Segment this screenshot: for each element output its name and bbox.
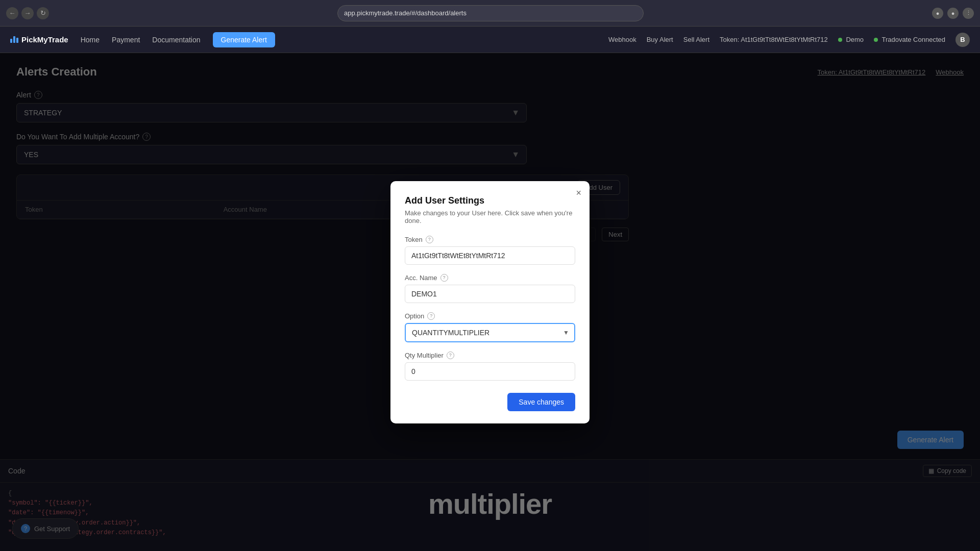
extensions-icon[interactable]: ● — [932, 8, 943, 19]
nav-home[interactable]: Home — [81, 36, 100, 44]
modal-accname-label-row: Acc. Name ? — [405, 274, 575, 282]
demo-status-dot — [838, 38, 842, 42]
logo-bar-3 — [16, 38, 18, 43]
modal-option-label-row: Option ? — [405, 312, 575, 320]
modal-token-label-row: Token ? — [405, 236, 575, 243]
sell-alert-link[interactable]: Sell Alert — [683, 36, 709, 43]
modal-footer: Save changes — [405, 393, 575, 411]
tradovate-badge: Tradovate Connected — [874, 36, 945, 43]
modal-accname-input[interactable] — [405, 285, 575, 303]
modal-accname-field: Acc. Name ? — [405, 274, 575, 303]
modal-token-help-icon[interactable]: ? — [426, 236, 433, 243]
nav-token: Token: At1tGt9tTt8tWtEt8tYtMtRt712 — [720, 36, 828, 43]
webhook-link[interactable]: Webhook — [608, 36, 636, 43]
nav-right: Webhook Buy Alert Sell Alert Token: At1t… — [608, 33, 970, 47]
forward-button[interactable]: → — [21, 7, 34, 19]
browser-bar: ← → ↻ app.pickmytrade.trade/#/dashboard/… — [0, 0, 980, 27]
generate-alert-button[interactable]: Generate Alert — [213, 32, 275, 47]
back-button[interactable]: ← — [6, 7, 18, 19]
browser-nav-buttons: ← → ↻ — [6, 7, 49, 19]
refresh-button[interactable]: ↻ — [37, 7, 49, 19]
modal-option-field: Option ? QUANTITYMULTIPLIER RISKMULTIPLI… — [405, 312, 575, 342]
url-text: app.pickmytrade.trade/#/dashboard/alerts — [344, 9, 467, 17]
modal-overlay: × Add User Settings Make changes to your… — [0, 53, 980, 551]
demo-badge: Demo — [838, 36, 864, 43]
tradovate-status-dot — [874, 38, 878, 42]
modal-qtymultiplier-help-icon[interactable]: ? — [447, 352, 454, 359]
logo-icon — [10, 36, 18, 43]
top-nav: PickMyTrade Home Payment Documentation G… — [0, 27, 980, 53]
modal-title: Add User Settings — [405, 195, 575, 206]
modal-qtymultiplier-field: Qty Multiplier ? — [405, 352, 575, 381]
nav-payment[interactable]: Payment — [112, 36, 140, 44]
logo-bar-1 — [10, 39, 12, 43]
modal-option-help-icon[interactable]: ? — [427, 312, 435, 320]
browser-icons: ● ● ⋮ — [932, 8, 974, 19]
save-changes-button[interactable]: Save changes — [507, 393, 575, 411]
modal-option-label: Option — [405, 312, 424, 320]
address-bar[interactable]: app.pickmytrade.trade/#/dashboard/alerts — [337, 5, 644, 21]
nav-documentation[interactable]: Documentation — [152, 36, 200, 44]
modal-option-select-wrapper: QUANTITYMULTIPLIER RISKMULTIPLIER FIXEDQ… — [405, 323, 575, 342]
modal-close-button[interactable]: × — [576, 188, 581, 197]
buy-alert-link[interactable]: Buy Alert — [647, 36, 673, 43]
menu-icon[interactable]: ⋮ — [963, 8, 974, 19]
logo: PickMyTrade — [10, 35, 68, 44]
logo-text: PickMyTrade — [21, 35, 68, 44]
modal-option-select[interactable]: QUANTITYMULTIPLIER RISKMULTIPLIER FIXEDQ… — [405, 323, 575, 342]
modal-accname-help-icon[interactable]: ? — [440, 274, 448, 282]
modal-token-field: Token ? — [405, 236, 575, 265]
modal-accname-label: Acc. Name — [405, 274, 437, 282]
modal-qtymultiplier-label-row: Qty Multiplier ? — [405, 352, 575, 359]
main-content: Alerts Creation Token: At1tGt9tTt8tWtEt8… — [0, 53, 980, 551]
modal-qtymultiplier-label: Qty Multiplier — [405, 352, 444, 359]
user-avatar[interactable]: B — [955, 33, 970, 47]
modal-qtymultiplier-input[interactable] — [405, 362, 575, 381]
modal-token-label: Token — [405, 236, 423, 243]
modal-subtitle: Make changes to your User here. Click sa… — [405, 209, 575, 224]
profile-icon[interactable]: ● — [947, 8, 959, 19]
logo-bar-2 — [13, 36, 15, 43]
modal-token-input[interactable] — [405, 246, 575, 265]
add-user-settings-modal: × Add User Settings Make changes to your… — [390, 181, 590, 423]
